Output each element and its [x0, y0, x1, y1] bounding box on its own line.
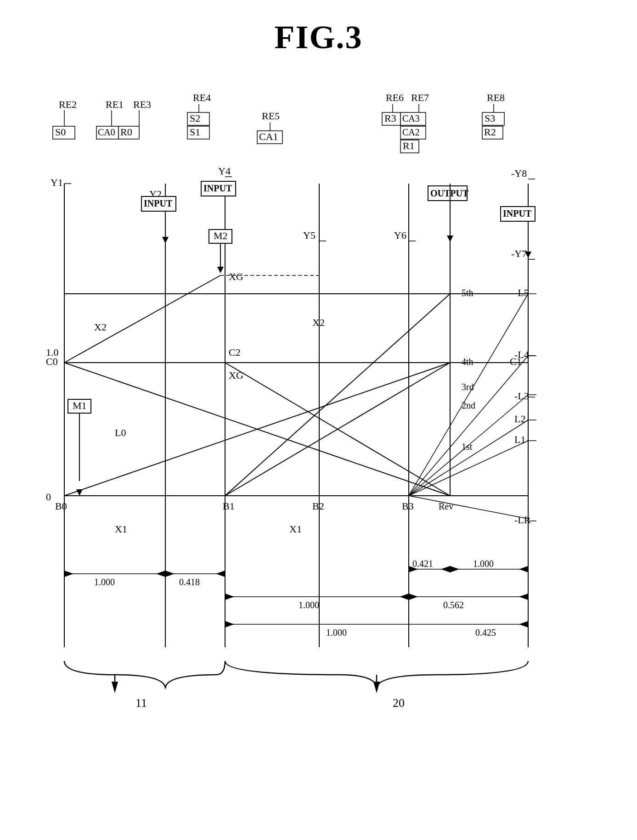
b3-label: B3 [402, 500, 414, 512]
val-0418: 0.418 [179, 577, 200, 587]
4th-label: 4th [462, 357, 474, 367]
svg-marker-102 [225, 621, 234, 627]
y4-label: Y4 [218, 165, 231, 177]
svg-marker-85 [400, 594, 409, 600]
s1-text: S1 [190, 126, 200, 138]
c2-label: C2 [229, 347, 241, 358]
svg-marker-94 [441, 566, 450, 572]
m2-text: M2 [214, 230, 228, 241]
lr-label: -LR [514, 514, 531, 526]
m1-text: M1 [73, 400, 87, 411]
val-1000-right: 1.000 [473, 559, 494, 569]
svg-marker-80 [216, 571, 225, 577]
re7-label: RE7 [411, 92, 429, 103]
figure-title: FIG.3 [0, 0, 637, 56]
y5-label: Y5 [303, 230, 316, 241]
val-0425: 0.425 [475, 627, 496, 638]
b1-label: B1 [223, 500, 235, 512]
r2-text: R2 [484, 126, 496, 138]
svg-marker-97 [450, 566, 459, 572]
re1-label: RE1 [106, 99, 124, 110]
x2a-label: X2 [94, 321, 107, 333]
b2-label: B2 [312, 500, 324, 512]
input3-text: INPUT [503, 208, 532, 218]
b0-label: B0 [55, 500, 67, 512]
svg-marker-89 [519, 594, 528, 600]
l1-label: L1 [514, 434, 525, 445]
re5-label: RE5 [262, 110, 280, 122]
ca0-text: CA0 [98, 127, 115, 137]
ca3-text: CA3 [402, 113, 420, 123]
s3-text: S3 [485, 112, 495, 124]
l0-label: L0 [115, 427, 126, 438]
one-label: 1.0 [46, 347, 59, 358]
zero-label: 0 [46, 491, 51, 503]
svg-line-69 [409, 420, 528, 496]
svg-marker-75 [64, 571, 73, 577]
y6-label: Y6 [394, 230, 406, 241]
diagram-container: RE2 RE1 RE3 RE4 RE5 RE6 RE7 RE8 S0 CA0 R… [23, 55, 620, 835]
svg-marker-98 [519, 566, 528, 572]
svg-line-59 [64, 275, 220, 363]
xg2-label: XG [229, 370, 243, 381]
svg-marker-38 [162, 237, 169, 243]
y1-label: Y1 [51, 177, 63, 188]
val-0421: 0.421 [412, 559, 433, 569]
svg-marker-88 [409, 594, 418, 600]
y8-label: -Y8 [511, 168, 527, 179]
svg-line-60 [225, 294, 450, 496]
group11-label: 11 [135, 696, 147, 710]
s0-text: S0 [55, 126, 66, 138]
val-0562: 0.562 [443, 600, 464, 610]
ca1-text: CA1 [259, 131, 278, 142]
x1b-label: X1 [289, 523, 302, 535]
re4-label: RE4 [193, 92, 211, 103]
svg-line-71 [409, 496, 528, 519]
re3-label: RE3 [133, 99, 151, 110]
3rd-label: 3rd [462, 382, 474, 392]
re6-label: RE6 [386, 92, 404, 103]
svg-line-66 [409, 294, 528, 496]
r0-text: R0 [120, 126, 132, 138]
svg-marker-105 [112, 682, 118, 693]
r1-text: R1 [403, 140, 415, 151]
s2-text: S2 [190, 112, 200, 124]
2nd-label: 2nd [462, 400, 475, 410]
val-1000-left: 1.000 [94, 577, 115, 587]
input1-text: INPUT [144, 198, 173, 208]
y7-label: -Y7 [511, 248, 527, 259]
svg-marker-84 [225, 594, 234, 600]
svg-marker-79 [165, 571, 175, 577]
svg-marker-76 [156, 571, 165, 577]
x2b-label: X2 [312, 317, 325, 328]
svg-marker-103 [519, 621, 528, 627]
r3-text: R3 [384, 112, 396, 124]
re2-label: RE2 [59, 99, 77, 110]
xg1-label: XG [229, 271, 243, 282]
re8-label: RE8 [487, 92, 505, 103]
val-1000-mid: 1.000 [299, 600, 319, 610]
svg-marker-107 [373, 682, 380, 693]
ca2-text: CA2 [402, 127, 420, 137]
x1a-label: X1 [115, 523, 127, 535]
svg-marker-51 [217, 267, 224, 273]
5th-label: 5th [462, 288, 474, 298]
input2-text: INPUT [203, 183, 232, 193]
l4-label: -L4 [514, 349, 529, 360]
val-1000-bot: 1.000 [326, 627, 347, 638]
group20-label: 20 [393, 696, 405, 710]
